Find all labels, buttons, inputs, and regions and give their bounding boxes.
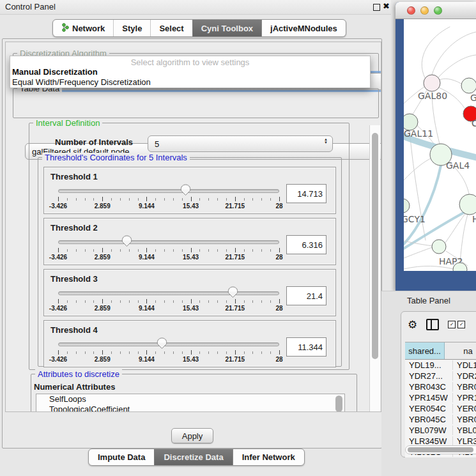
cell-name[interactable]: YER0 — [452, 404, 476, 413]
cell-name[interactable]: YBL0 — [452, 426, 476, 435]
close-icon[interactable]: ✖ — [383, 1, 390, 11]
threshold-slider[interactable]: -3.4262.8599.14415.4321.71528 — [58, 187, 279, 210]
table-row[interactable]: YBL079WYBL0 — [405, 425, 476, 436]
attributes-scrollbar[interactable] — [335, 395, 342, 412]
threshold-label: Threshold 4 — [50, 325, 98, 335]
network-canvas[interactable]: GAL80G.CGAL11GAL4GCY1HHAP2 — [404, 19, 476, 271]
table-horizontal-scrollbar[interactable] — [405, 445, 476, 454]
tick-mark — [244, 300, 245, 303]
cell-shared-name[interactable]: YER054C — [405, 404, 452, 413]
number-of-intervals-spinner[interactable]: 5 ▲▼ — [148, 135, 333, 152]
cell-shared-name[interactable]: YPR145W — [405, 393, 452, 403]
tick-label: 21.715 — [226, 305, 245, 312]
checkbox-icon[interactable]: ✓ — [457, 321, 465, 328]
tick-mark — [252, 249, 253, 252]
cell-shared-name[interactable]: YBR043C — [405, 382, 452, 392]
slider-thumb[interactable] — [227, 286, 238, 298]
tick-mark — [138, 351, 139, 354]
algorithm-option-manual[interactable]: Manual Discretization — [10, 67, 370, 77]
tick-mark — [129, 198, 130, 201]
tick-mark — [85, 198, 86, 201]
column-header-name[interactable]: na — [445, 342, 476, 359]
table-row[interactable]: YBR043CYBR0 — [405, 381, 476, 392]
tick-label: 2.859 — [95, 254, 111, 261]
algorithm-option-equal-width[interactable]: Equal Width/Frequency Discretization — [10, 77, 370, 88]
table-row[interactable]: YPR145WYPR1 — [405, 392, 476, 403]
tick-mark — [173, 249, 174, 252]
threshold-value-field[interactable]: 14.713 — [286, 184, 326, 203]
tick-mark — [208, 351, 209, 354]
threshold-value-field[interactable]: 21.4 — [286, 286, 326, 305]
columns-icon[interactable] — [426, 319, 439, 330]
tick-mark — [270, 249, 271, 252]
tick-mark — [279, 248, 280, 252]
network-node[interactable] — [459, 194, 476, 215]
tab-cyni-toolbox[interactable]: Cyni Toolbox — [192, 20, 261, 36]
spinner-arrows-icon: ▲▼ — [324, 138, 328, 144]
tick-mark — [199, 351, 200, 354]
threshold-slider[interactable]: -3.4262.8599.14415.4321.71528 — [58, 238, 279, 261]
tick-label: 2.859 — [95, 356, 111, 363]
cell-shared-name[interactable]: YDL19... — [405, 360, 452, 370]
network-node[interactable] — [424, 75, 440, 91]
table-row[interactable]: YDR27...YDR2 — [405, 371, 476, 381]
cell-shared-name[interactable]: YLR345W — [405, 436, 452, 446]
table-horizontal-scrollbar-thumb[interactable] — [408, 447, 473, 452]
network-view-window[interactable]: GAL80G.CGAL11GAL4GCY1HHAP2 — [395, 2, 476, 291]
slider-thumb[interactable] — [121, 235, 132, 247]
mac-minimize-button[interactable] — [420, 6, 429, 15]
cell-name[interactable]: YPR1 — [452, 393, 476, 403]
slider-track[interactable] — [58, 342, 279, 346]
cell-name[interactable]: YDL1 — [452, 360, 476, 370]
threshold-slider[interactable]: -3.4262.8599.14415.4321.71528 — [58, 340, 279, 363]
slider-track[interactable] — [58, 240, 279, 244]
table-row[interactable]: YDL19...YDL1 — [405, 360, 476, 371]
cell-name[interactable]: YLR3 — [452, 436, 476, 446]
tick-mark — [270, 198, 271, 201]
tick-mark — [138, 249, 139, 252]
mac-close-button[interactable] — [407, 6, 415, 15]
threshold-slider[interactable]: -3.4262.8599.14415.4321.71528 — [58, 289, 279, 312]
tick-mark — [235, 299, 236, 303]
numerical-attributes-list[interactable]: SelfLoopsTopologicalCoefficientBetweenne… — [36, 394, 345, 412]
cell-name[interactable]: YBR0 — [452, 415, 476, 424]
panel-vertical-scrollbar[interactable] — [369, 125, 380, 411]
tick-mark — [164, 249, 165, 252]
tick-mark — [261, 300, 262, 303]
slider-ticks — [58, 350, 279, 355]
threshold-value-field[interactable]: 11.344 — [286, 337, 326, 357]
tab-infer-network[interactable]: Infer Network — [233, 449, 304, 465]
network-node[interactable] — [404, 199, 410, 213]
apply-button[interactable]: Apply — [171, 428, 213, 443]
checkbox-icons[interactable]: ✓ ✓ — [448, 321, 465, 328]
checkbox-icon[interactable]: ✓ — [448, 321, 456, 328]
attribute-item[interactable]: TopologicalCoefficient — [36, 404, 344, 413]
panel-vertical-scrollbar-thumb[interactable] — [372, 133, 378, 359]
cell-shared-name[interactable]: YBL079W — [405, 426, 452, 435]
float-window-icon[interactable] — [373, 4, 380, 11]
network-node[interactable] — [461, 78, 476, 93]
tab-style[interactable]: Style — [113, 20, 150, 36]
slider-track[interactable] — [58, 291, 279, 295]
tick-mark — [199, 198, 200, 201]
slider-thumb[interactable] — [157, 337, 167, 349]
cell-shared-name[interactable]: YBR045C — [405, 415, 452, 424]
threshold-value-field[interactable]: 6.316 — [286, 235, 326, 254]
table-row[interactable]: YER054CYER0 — [405, 403, 476, 414]
table-row[interactable]: YBR045CYBR0 — [405, 414, 476, 425]
column-header-shared-name[interactable]: shared... — [405, 342, 445, 359]
cell-name[interactable]: YDR2 — [452, 371, 476, 381]
cell-name[interactable]: YBR0 — [452, 382, 476, 392]
slider-track[interactable] — [58, 189, 279, 193]
tab-select[interactable]: Select — [150, 20, 192, 36]
mac-zoom-button[interactable] — [434, 6, 442, 15]
gear-icon[interactable]: ⚙ — [408, 319, 417, 330]
cell-shared-name[interactable]: YDR27... — [405, 371, 452, 381]
network-node[interactable] — [432, 240, 446, 254]
tab-jactivemnodules[interactable]: jActiveMNodules — [261, 20, 346, 36]
tab-impute-data[interactable]: Impute Data — [89, 449, 154, 465]
tab-network[interactable]: Network — [53, 20, 113, 36]
slider-thumb[interactable] — [180, 184, 191, 196]
attribute-item[interactable]: SelfLoops — [36, 394, 344, 404]
tab-discretize-data[interactable]: Discretize Data — [154, 449, 232, 465]
